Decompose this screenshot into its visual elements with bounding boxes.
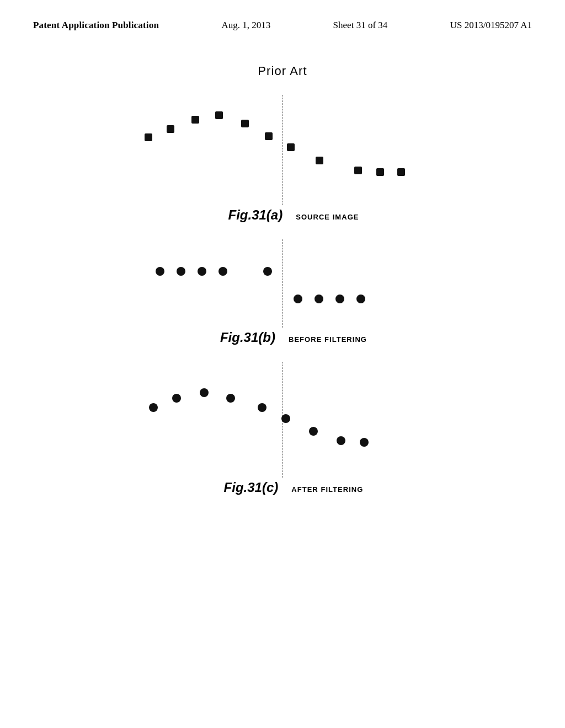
dot [360, 438, 369, 447]
dot [294, 295, 302, 303]
dot [281, 414, 290, 423]
publication-label: Patent Application Publication [33, 20, 159, 31]
fig-a-label: Fig.31(a) [228, 207, 282, 223]
sheet-label: Sheet 31 of 34 [333, 20, 388, 31]
dot [265, 132, 273, 140]
dot [397, 168, 405, 176]
prior-art-label: Prior Art [258, 64, 307, 78]
fig-a-sublabel: SOURCE IMAGE [296, 213, 359, 221]
dot [167, 125, 174, 133]
dot [315, 295, 323, 303]
divider-line-b [282, 239, 283, 328]
dot [354, 167, 362, 174]
dot [309, 427, 318, 436]
dot [226, 394, 235, 403]
dot [149, 403, 158, 412]
date-label: Aug. 1, 2013 [221, 20, 270, 31]
fig-c-label-row: Fig.31(c) AFTER FILTERING [202, 480, 364, 495]
fig-b-label: Fig.31(b) [220, 330, 275, 345]
figure-31a-diagram [89, 95, 476, 205]
dot [191, 116, 199, 124]
dot [200, 388, 209, 397]
figure-31c-diagram [89, 362, 476, 478]
dot [177, 267, 185, 276]
dot [376, 168, 384, 176]
dot [287, 143, 295, 151]
dot [215, 111, 223, 119]
dot [258, 403, 266, 412]
dot [335, 295, 344, 303]
fig-c-sublabel: AFTER FILTERING [291, 485, 363, 494]
page-content: Prior Art Fig.31(a) SOURCE IMAGE [0, 31, 565, 495]
patent-number-label: US 2013/0195207 A1 [450, 20, 532, 31]
fig-b-label-row: Fig.31(b) BEFORE FILTERING [198, 330, 367, 345]
dot [316, 157, 323, 164]
dot [198, 267, 206, 276]
divider-line-a [282, 95, 283, 205]
fig-a-label-row: Fig.31(a) SOURCE IMAGE [206, 207, 359, 223]
dot [356, 295, 365, 303]
dot [145, 133, 152, 141]
dot [172, 394, 181, 403]
dot [241, 120, 249, 127]
dot [337, 436, 345, 445]
dot [263, 267, 272, 276]
fig-c-label: Fig.31(c) [224, 480, 279, 495]
page-header: Patent Application Publication Aug. 1, 2… [0, 0, 565, 31]
dot [218, 267, 227, 276]
fig-b-sublabel: BEFORE FILTERING [289, 335, 367, 344]
figure-31b-diagram [89, 239, 476, 328]
dot [156, 267, 164, 276]
